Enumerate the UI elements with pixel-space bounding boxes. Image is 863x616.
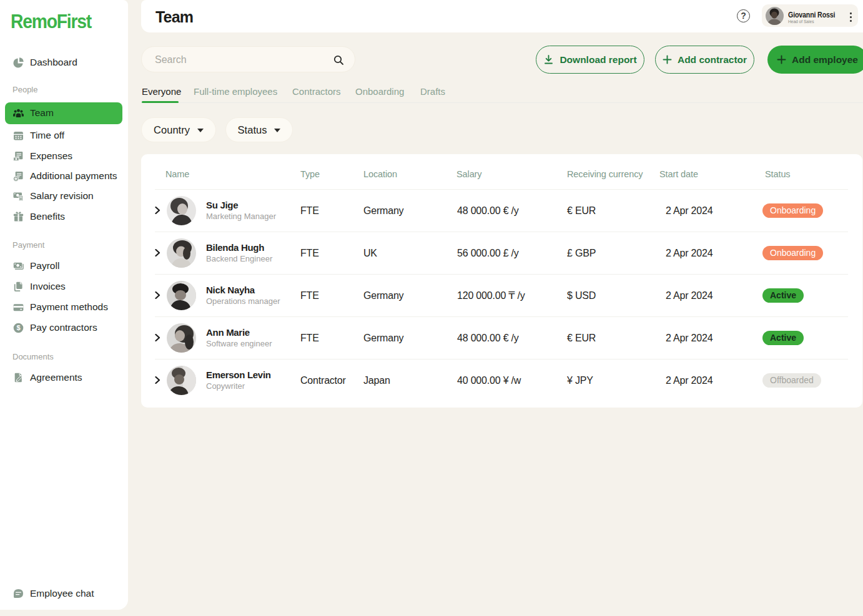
svg-text:$: $	[16, 324, 20, 331]
